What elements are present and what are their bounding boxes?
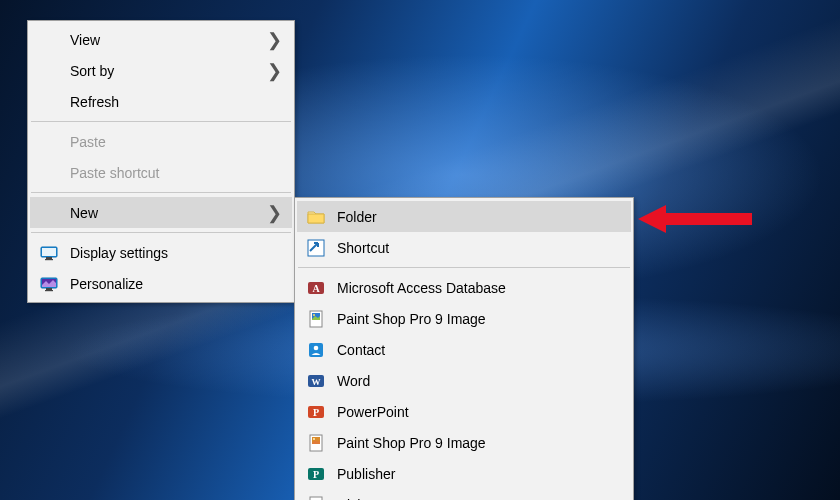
submenu-item-label: Shortcut [337,240,621,256]
powerpoint-icon: P [307,403,337,421]
menu-item-label: Display settings [70,245,282,261]
menu-separator [31,192,291,193]
arrow-head-icon [638,205,666,233]
menu-item-label: Refresh [70,94,282,110]
menu-item-paste-shortcut: Paste shortcut [30,157,292,188]
menu-item-label: Sort by [70,63,267,79]
chevron-right-icon: ❯ [267,31,282,49]
submenu-item-label: Paint Shop Pro 9 Image [337,435,621,451]
svg-text:P: P [313,469,319,480]
submenu-item-psp-image-2[interactable]: Paint Shop Pro 9 Image [297,427,631,458]
submenu-item-label: Publisher [337,466,621,482]
display-settings-icon [40,244,70,262]
submenu-item-access[interactable]: A Microsoft Access Database [297,272,631,303]
submenu-item-powerpoint[interactable]: P PowerPoint [297,396,631,427]
new-submenu: Folder Shortcut A Microsoft Access Datab… [294,197,634,500]
svg-rect-25 [310,497,322,501]
svg-rect-3 [45,259,53,260]
menu-item-display-settings[interactable]: Display settings [30,237,292,268]
submenu-item-label: Word [337,373,621,389]
svg-rect-2 [46,257,52,259]
menu-item-refresh[interactable]: Refresh [30,86,292,117]
svg-rect-1 [42,248,56,256]
menu-item-label: View [70,32,267,48]
submenu-item-contact[interactable]: Contact [297,334,631,365]
psp-icon [307,310,337,328]
annotation-arrow [638,205,752,233]
submenu-item-label: Microsoft Access Database [337,280,621,296]
submenu-item-label: Paint Shop Pro 9 Image [337,311,621,327]
contact-icon [307,341,337,359]
menu-separator [31,121,291,122]
chevron-right-icon: ❯ [267,62,282,80]
submenu-item-word[interactable]: W Word [297,365,631,396]
svg-text:W: W [312,377,321,387]
submenu-item-label: Rich Text Document [337,497,621,501]
submenu-item-label: PowerPoint [337,404,621,420]
submenu-item-rich-text[interactable]: Rich Text Document [297,489,631,500]
menu-separator [298,267,630,268]
rtf-icon [307,496,337,501]
menu-item-view[interactable]: View ❯ [30,24,292,55]
svg-point-13 [313,314,315,316]
svg-rect-6 [46,288,52,290]
word-icon: W [307,372,337,390]
chevron-right-icon: ❯ [267,204,282,222]
personalize-icon [40,275,70,293]
menu-item-personalize[interactable]: Personalize [30,268,292,299]
svg-rect-7 [45,290,53,291]
submenu-item-label: Folder [337,209,621,225]
svg-text:A: A [312,283,320,294]
menu-item-label: Personalize [70,276,282,292]
submenu-item-publisher[interactable]: P Publisher [297,458,631,489]
desktop-context-menu: View ❯ Sort by ❯ Refresh Paste Paste sho… [27,20,295,303]
menu-item-label: New [70,205,267,221]
submenu-item-shortcut[interactable]: Shortcut [297,232,631,263]
menu-item-label: Paste shortcut [70,165,282,181]
arrow-shaft [666,213,752,225]
menu-item-new[interactable]: New ❯ [30,197,292,228]
menu-item-paste: Paste [30,126,292,157]
svg-point-15 [314,345,319,350]
submenu-item-psp-image-1[interactable]: Paint Shop Pro 9 Image [297,303,631,334]
menu-separator [31,232,291,233]
psp-icon [307,434,337,452]
folder-icon [307,208,337,226]
svg-point-22 [313,438,315,440]
access-icon: A [307,279,337,297]
submenu-item-label: Contact [337,342,621,358]
menu-item-sort-by[interactable]: Sort by ❯ [30,55,292,86]
shortcut-icon [307,239,337,257]
menu-item-label: Paste [70,134,282,150]
submenu-item-folder[interactable]: Folder [297,201,631,232]
publisher-icon: P [307,465,337,483]
svg-text:P: P [313,407,319,418]
